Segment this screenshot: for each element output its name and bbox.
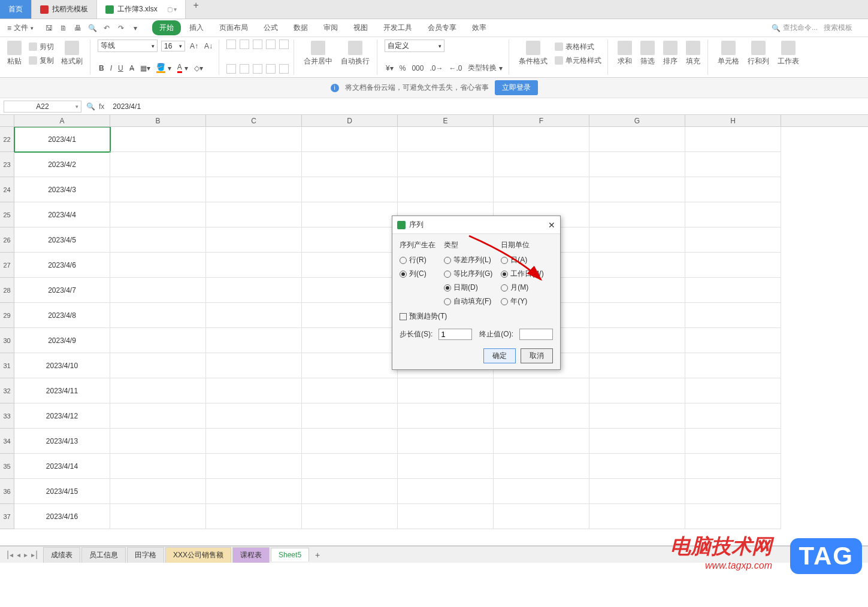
cell[interactable] [110,227,206,253]
cell[interactable] [494,429,589,454]
name-box[interactable]: A22▾ [4,101,81,113]
align-right-icon[interactable] [253,64,262,74]
cell-button[interactable]: 单元格 [715,40,742,68]
radio-date[interactable]: 日期(D) [444,283,492,293]
cell[interactable] [398,152,494,177]
qat-print-icon[interactable]: 🖶 [73,23,83,33]
cell[interactable] [302,504,398,529]
ribbon-tab-review[interactable]: 审阅 [316,20,345,35]
predict-trend-checkbox[interactable]: 预测趋势(T) [400,311,553,321]
cell[interactable] [206,328,302,353]
radio-day[interactable]: 日(A) [501,255,543,265]
cell[interactable] [206,403,302,429]
cell[interactable] [685,403,781,429]
align-left-icon[interactable] [226,64,236,74]
cell[interactable] [302,253,398,278]
sum-button[interactable]: 求和 [615,40,634,68]
cell[interactable] [685,278,781,303]
cell[interactable] [206,429,302,454]
currency-button[interactable]: ¥▾ [385,63,395,73]
file-menu[interactable]: ≡ 文件 ▾ [4,23,37,33]
cell[interactable] [110,429,206,454]
cell[interactable] [110,454,206,479]
cell[interactable] [589,403,685,429]
cell[interactable] [398,378,494,403]
col-header[interactable]: A [14,115,110,126]
italic-button[interactable]: I [109,63,113,73]
stop-input[interactable] [519,329,553,340]
qat-dropdown-icon[interactable]: ▾ [131,23,140,33]
add-sheet-button[interactable]: + [310,550,325,560]
align-center-icon[interactable] [240,64,249,74]
col-header[interactable]: F [494,115,589,126]
cell[interactable] [110,328,206,353]
cell[interactable] [302,429,398,454]
row-header[interactable]: 32 [0,378,14,403]
fx-icon[interactable]: fx [99,102,104,111]
cell[interactable] [302,152,398,177]
ok-button[interactable]: 确定 [483,348,516,363]
cell[interactable] [398,504,494,529]
col-header[interactable]: G [589,115,685,126]
cell[interactable]: 2023/4/11 [14,378,110,403]
sheet-last-icon[interactable]: ▸⎮ [31,551,38,559]
dialog-titlebar[interactable]: 序列 ✕ [392,216,560,234]
cell[interactable] [398,127,494,152]
zoom-icon[interactable]: 🔍 [86,102,95,111]
formula-input[interactable]: 2023/4/1 [109,101,864,112]
format-painter-button[interactable]: 格式刷 [59,40,85,68]
cell[interactable] [589,253,685,278]
cell[interactable] [589,278,685,303]
underline-button[interactable]: U [117,63,125,73]
cell[interactable] [302,328,398,353]
cell[interactable] [206,303,302,328]
close-button[interactable]: ✕ [548,220,555,230]
cell[interactable]: 2023/4/10 [14,353,110,378]
cell[interactable] [206,227,302,253]
cell[interactable]: 2023/4/2 [14,152,110,177]
cell[interactable] [589,454,685,479]
cell[interactable] [685,303,781,328]
ribbon-tab-insert[interactable]: 插入 [182,20,211,35]
sheet-tab[interactable]: 课程表 [232,547,270,563]
cell[interactable] [685,353,781,378]
table-style-button[interactable]: 表格样式 [554,41,603,53]
radio-geometric[interactable]: 等比序列(G) [444,269,492,279]
cell[interactable] [302,353,398,378]
row-header[interactable]: 26 [0,227,14,253]
cell[interactable] [494,127,589,152]
cell[interactable] [589,152,685,177]
cell[interactable] [589,227,685,253]
cell[interactable] [302,278,398,303]
search-template[interactable]: 搜索模板 [824,23,852,33]
sheet-tab[interactable]: 田字格 [127,547,164,563]
cell[interactable] [206,177,302,202]
tab-current[interactable]: 工作簿3.xlsx▢ ▾ [97,0,186,19]
cell[interactable] [302,127,398,152]
cell[interactable] [110,202,206,227]
select-all-corner[interactable] [0,115,14,126]
cell[interactable] [398,177,494,202]
cell[interactable] [110,504,206,529]
cell[interactable] [206,504,302,529]
cell[interactable] [302,479,398,504]
percent-button[interactable]: % [398,63,407,73]
cell[interactable]: 2023/4/16 [14,504,110,529]
indent-left-icon[interactable] [266,40,276,49]
cell[interactable] [589,429,685,454]
cell[interactable] [206,353,302,378]
search-command[interactable]: 🔍 查找命令... [772,23,818,33]
ribbon-tab-dev[interactable]: 开发工具 [376,20,419,35]
cell[interactable]: 2023/4/15 [14,479,110,504]
cell[interactable]: 2023/4/12 [14,403,110,429]
row-header[interactable]: 34 [0,429,14,454]
cell[interactable] [398,479,494,504]
cell[interactable] [589,378,685,403]
cell[interactable] [302,202,398,227]
cell[interactable]: 2023/4/8 [14,303,110,328]
cell[interactable] [206,152,302,177]
cell[interactable] [110,177,206,202]
cell[interactable] [589,328,685,353]
cell[interactable] [206,202,302,227]
cell[interactable] [685,328,781,353]
